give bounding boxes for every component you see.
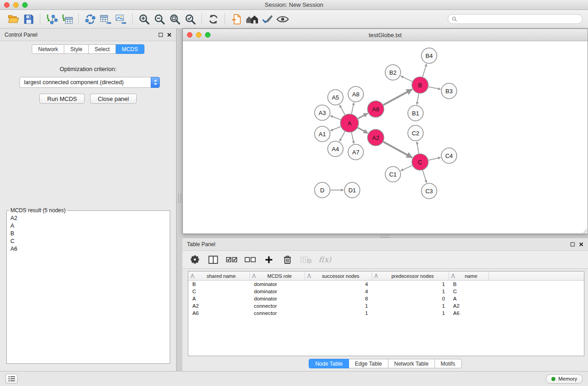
graph-node-D1[interactable]: D1 <box>344 182 360 198</box>
graph-edge-C-C3[interactable] <box>423 170 427 183</box>
tab-network-table[interactable]: Network Table <box>388 359 435 368</box>
zoom-network-window-button[interactable] <box>205 32 210 38</box>
graph-edge-C-C4[interactable] <box>429 157 441 160</box>
graph-node-A1[interactable]: A1 <box>315 126 330 142</box>
close-network-window-button[interactable] <box>187 32 192 38</box>
refresh-layout-button[interactable] <box>206 12 221 26</box>
graph-edge-A-A4[interactable] <box>339 131 345 141</box>
list-item[interactable]: B <box>7 230 170 238</box>
search-input[interactable] <box>459 16 578 22</box>
import-network-button[interactable] <box>44 12 59 26</box>
table-row[interactable]: A6connector11A6 <box>188 310 584 317</box>
memory-button[interactable]: Memory <box>546 374 583 384</box>
close-panel-button[interactable]: Close panel <box>90 94 137 104</box>
close-panel-icon[interactable] <box>579 242 583 247</box>
graph-edge-A-A7[interactable] <box>352 133 354 144</box>
float-panel-icon[interactable] <box>570 242 575 247</box>
table-row[interactable]: Bdominator41B <box>188 281 584 288</box>
export-table-button[interactable] <box>98 12 113 26</box>
graph-node-A7[interactable]: A7 <box>348 144 363 160</box>
graph-node-B1[interactable]: B1 <box>408 105 423 121</box>
list-item[interactable]: A6 <box>7 245 170 253</box>
graph-edge-A-A6[interactable] <box>358 113 368 119</box>
graph-node-A[interactable]: A <box>340 114 359 132</box>
show-hide-panels-button[interactable] <box>275 12 290 26</box>
graph-node-C[interactable]: C <box>412 154 428 170</box>
add-column-button[interactable] <box>263 254 275 266</box>
task-history-button[interactable] <box>5 374 18 384</box>
graph-node-B3[interactable]: B3 <box>441 83 457 99</box>
tab-network[interactable]: Network <box>32 44 64 54</box>
tab-mcds[interactable]: MCDS <box>116 44 144 54</box>
column-header-shared-name[interactable]: shared name <box>188 272 250 280</box>
select-all-button[interactable] <box>226 254 238 266</box>
column-header-name[interactable]: name <box>449 272 489 280</box>
graph-edge-A-A1[interactable] <box>330 127 341 131</box>
graph-node-B[interactable]: B <box>412 77 428 93</box>
graph-edge-C-C2[interactable] <box>417 142 419 153</box>
column-header-mcds-role[interactable]: MCDS role <box>250 272 305 280</box>
export-image-button[interactable] <box>113 12 129 26</box>
table-row[interactable]: Adominator80A <box>188 295 584 302</box>
graph-edge-B-B1[interactable] <box>417 94 419 105</box>
column-header-successor-nodes[interactable]: successor nodes <box>305 272 372 280</box>
tab-select[interactable]: Select <box>89 44 116 54</box>
delete-column-button[interactable] <box>282 254 293 266</box>
graph-node-A4[interactable]: A4 <box>328 141 343 157</box>
close-window-button[interactable] <box>4 2 10 8</box>
graph-edge-B-B2[interactable] <box>401 76 412 81</box>
zoom-in-button[interactable] <box>136 12 152 26</box>
graph-edge-A-A3[interactable] <box>330 116 341 120</box>
column-header-predecessor-nodes[interactable]: predecessor nodes <box>372 272 449 280</box>
zoom-out-button[interactable] <box>152 12 167 26</box>
graph-edge-B-B3[interactable] <box>429 87 441 89</box>
optimization-criterion-select[interactable]: largest connected component (directed) <box>19 77 160 88</box>
graph-edge-B-B4[interactable] <box>423 64 427 77</box>
tab-edge-table[interactable]: Edge Table <box>349 359 388 368</box>
graph-node-C1[interactable]: C1 <box>385 167 401 182</box>
network-canvas[interactable]: AA1A2A3A4A5A6A7A8BB1B2B3B4CC1C2C3C4DD1 <box>183 41 588 234</box>
graph-node-C2[interactable]: C2 <box>408 125 423 141</box>
graph-node-C3[interactable]: C3 <box>421 183 437 199</box>
list-item[interactable]: A <box>7 222 170 230</box>
apply-style-button[interactable] <box>259 12 275 26</box>
graph-edge-A-A5[interactable] <box>339 105 345 115</box>
minimize-window-button[interactable] <box>13 2 19 8</box>
panel-splitter-vertical[interactable] <box>177 29 182 371</box>
tab-node-table[interactable]: Node Table <box>309 359 349 368</box>
graph-node-B2[interactable]: B2 <box>385 65 401 80</box>
table-row[interactable]: Cdominator41C <box>188 288 584 295</box>
graph-node-B4[interactable]: B4 <box>421 48 437 63</box>
search-field[interactable] <box>448 14 583 24</box>
graph-edge-A6-B[interactable] <box>383 90 412 105</box>
show-columns-button[interactable] <box>207 254 219 266</box>
graph-node-A2[interactable]: A2 <box>368 129 384 146</box>
tab-style[interactable]: Style <box>64 44 89 54</box>
graph-node-D[interactable]: D <box>315 182 330 198</box>
list-item[interactable]: C <box>7 238 170 245</box>
list-item[interactable]: A2 <box>7 214 170 222</box>
save-session-button[interactable] <box>21 12 36 26</box>
graph-edge-A-A8[interactable] <box>352 103 354 114</box>
graph-node-C4[interactable]: C4 <box>441 148 457 163</box>
zoom-fit-button[interactable] <box>167 12 182 26</box>
tab-motifs[interactable]: Motifs <box>435 359 462 368</box>
close-panel-icon[interactable] <box>167 33 172 37</box>
graph-node-A3[interactable]: A3 <box>315 105 330 120</box>
graph-edge-C-C1[interactable] <box>401 166 412 171</box>
graph-edge-A-A2[interactable] <box>358 128 368 133</box>
table-settings-button[interactable] <box>189 254 201 266</box>
zoom-selected-button[interactable] <box>182 12 198 26</box>
graph-node-A8[interactable]: A8 <box>348 86 363 102</box>
export-network-button[interactable] <box>82 12 98 26</box>
panel-splitter-horizontal[interactable] <box>182 234 588 238</box>
run-mcds-button[interactable]: Run MCDS <box>39 94 85 104</box>
window-resize-grip[interactable] <box>581 227 587 233</box>
graph-edge-A2-C[interactable] <box>383 142 412 157</box>
float-panel-icon[interactable] <box>158 33 163 37</box>
graph-node-A6[interactable]: A6 <box>368 101 384 117</box>
table-row[interactable]: A2connector11A2 <box>188 302 584 310</box>
open-folder-button[interactable] <box>5 12 21 26</box>
minimize-network-window-button[interactable] <box>196 32 201 38</box>
graph-node-A5[interactable]: A5 <box>328 90 343 105</box>
